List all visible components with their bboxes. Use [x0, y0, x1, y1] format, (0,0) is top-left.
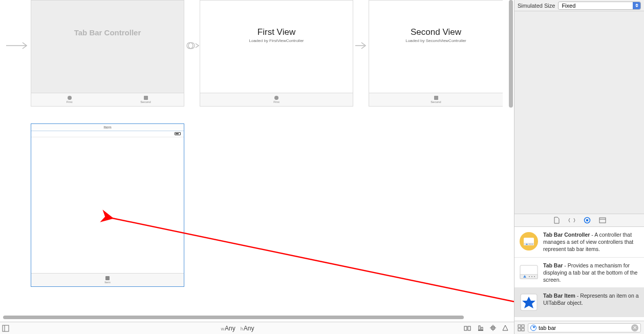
- circle-icon: [274, 96, 278, 100]
- svg-point-30: [529, 276, 530, 277]
- svg-rect-10: [481, 327, 483, 330]
- media-library-tab[interactable]: [598, 216, 607, 224]
- tab-bar-icon: [519, 262, 539, 282]
- square-icon: [144, 96, 148, 100]
- tab-bar: First Second: [31, 93, 184, 106]
- tab-bar: First: [200, 93, 353, 106]
- svg-point-31: [531, 276, 532, 277]
- simulated-size-select[interactable]: Fixed: [558, 2, 641, 10]
- inspector-panel: Simulated Size Fixed Tab Bar Controller …: [514, 0, 644, 334]
- tab-bar[interactable]: Item: [31, 273, 184, 286]
- tab-item-first[interactable]: First: [261, 93, 292, 106]
- svg-point-32: [534, 276, 535, 277]
- code-snippet-tab[interactable]: [568, 216, 576, 224]
- object-library-list[interactable]: Tab Bar Controller - A controller that m…: [514, 227, 644, 321]
- svg-rect-18: [599, 218, 606, 223]
- tab-item-second[interactable]: Second: [421, 93, 452, 106]
- segue-arrow[interactable]: [355, 41, 369, 50]
- svg-point-1: [187, 43, 193, 49]
- select-stepper-icon: [633, 2, 640, 9]
- library-item-tab-bar-item[interactable]: Tab Bar Item - Represents an item on a U…: [514, 288, 644, 317]
- svg-rect-38: [522, 328, 524, 331]
- resolve-icon[interactable]: [502, 324, 509, 332]
- scene-header[interactable]: Item: [31, 124, 184, 131]
- object-library-tab[interactable]: [583, 216, 591, 224]
- svg-rect-7: [468, 326, 470, 330]
- svg-rect-37: [518, 328, 521, 331]
- initial-scene-arrow: [6, 41, 31, 50]
- svg-rect-4: [3, 325, 9, 331]
- svg-rect-9: [479, 326, 480, 330]
- canvas-bottom-bar: wAny hAny: [0, 322, 514, 334]
- simulated-size-label: Simulated Size: [518, 3, 555, 9]
- scene-tab-bar-controller[interactable]: Tab Bar Controller First Second: [31, 0, 184, 107]
- grid-view-toggle[interactable]: [518, 324, 525, 331]
- svg-point-24: [529, 244, 530, 245]
- vertical-scrollbar[interactable]: [508, 0, 514, 317]
- storyboard-canvas[interactable]: Tab Bar Controller First Second First Vi…: [0, 0, 514, 334]
- square-icon: [105, 276, 110, 280]
- scene-subtitle: Loaded by FirstViewController: [200, 38, 353, 43]
- filter-icon[interactable]: [530, 325, 536, 331]
- library-item-tab-bar[interactable]: Tab Bar - Provides a mechanism for displ…: [514, 258, 644, 288]
- tab-bar-controller-icon: [519, 231, 539, 252]
- scene-second-view[interactable]: Second View Loaded by SecondViewControll…: [369, 0, 503, 107]
- library-item-tab-bar-controller[interactable]: Tab Bar Controller - A controller that m…: [514, 227, 644, 258]
- scene-title: Second View: [369, 27, 503, 37]
- svg-marker-14: [503, 325, 508, 330]
- horizontal-scrollbar[interactable]: [3, 315, 509, 320]
- stack-icon[interactable]: [464, 324, 472, 332]
- library-footer: ✕: [514, 321, 644, 334]
- svg-rect-17: [586, 219, 588, 221]
- square-icon: [434, 96, 438, 100]
- document-outline-toggle[interactable]: [0, 325, 11, 332]
- battery-icon: [175, 132, 181, 135]
- tab-item-first[interactable]: First: [31, 93, 108, 106]
- clear-search-button[interactable]: ✕: [631, 324, 638, 331]
- svg-rect-36: [522, 325, 524, 327]
- library-item-text: Tab Bar Item - Represents an item on a U…: [543, 292, 640, 312]
- svg-point-25: [530, 244, 531, 245]
- tab-bar-item-icon: [519, 292, 539, 312]
- svg-point-2: [188, 43, 195, 49]
- align-icon[interactable]: [477, 324, 484, 332]
- inspector-row-simulated-size: Simulated Size Fixed: [514, 0, 644, 11]
- tab-item-second[interactable]: Second: [108, 93, 184, 106]
- size-class-control[interactable]: wAny hAny: [11, 325, 464, 332]
- svg-rect-35: [518, 325, 521, 327]
- scene-title: Tab Bar Controller: [31, 28, 184, 37]
- library-search[interactable]: ✕: [528, 323, 641, 332]
- pin-icon[interactable]: [489, 324, 497, 332]
- svg-rect-6: [464, 326, 467, 330]
- constraint-tools: [464, 324, 514, 332]
- segue-arrow[interactable]: [185, 41, 200, 50]
- file-template-tab[interactable]: [552, 216, 561, 224]
- circle-icon: [68, 96, 72, 100]
- library-tab-bar: [514, 214, 644, 227]
- scrollbar-thumb[interactable]: [3, 316, 464, 319]
- library-item-text: Tab Bar Controller - A controller that m…: [543, 231, 640, 253]
- tab-bar: Second: [369, 93, 503, 106]
- scene-first-view[interactable]: First View Loaded by FirstViewController…: [200, 0, 353, 107]
- scene-item[interactable]: Item Item: [31, 123, 184, 287]
- scene-subtitle: Loaded by SecondViewController: [369, 38, 503, 43]
- status-bar: [31, 131, 184, 137]
- scrollbar-thumb[interactable]: [509, 0, 513, 108]
- svg-point-26: [532, 244, 533, 245]
- inspector-blank-area: [514, 11, 644, 214]
- library-search-input[interactable]: [539, 324, 629, 331]
- scene-title: First View: [200, 27, 353, 37]
- library-item-text: Tab Bar - Provides a mechanism for displ…: [543, 262, 640, 284]
